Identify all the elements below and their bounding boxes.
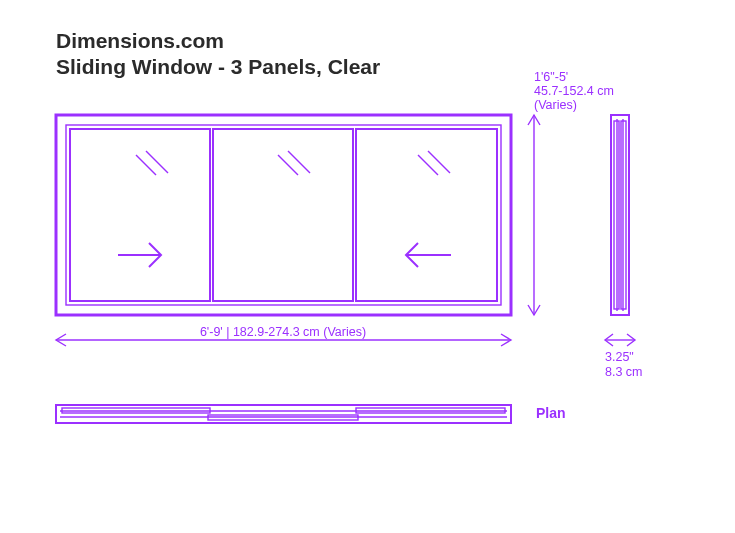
outer-frame bbox=[56, 115, 511, 315]
width-dimension: 6'-9' | 182.9-274.3 cm (Varies) bbox=[56, 325, 511, 346]
diagram-svg: 1'6"-5' 45.7-152.4 cm (Varies) 6'-9' | 1… bbox=[56, 115, 681, 505]
side-section bbox=[611, 115, 629, 315]
svg-line-3 bbox=[288, 151, 310, 173]
slide-arrow-left-icon bbox=[406, 243, 451, 267]
svg-line-1 bbox=[146, 151, 168, 173]
depth-metric: 8.3 cm bbox=[605, 365, 643, 379]
width-combined: 6'-9' | 182.9-274.3 cm (Varies) bbox=[200, 325, 366, 339]
svg-line-5 bbox=[428, 151, 450, 173]
title-block: Dimensions.com Sliding Window - 3 Panels… bbox=[56, 28, 380, 81]
site-name: Dimensions.com bbox=[56, 28, 380, 54]
glass-reflection-right bbox=[418, 151, 450, 175]
slide-arrow-right-icon bbox=[118, 243, 161, 267]
height-note: (Varies) bbox=[534, 98, 577, 112]
product-name: Sliding Window - 3 Panels, Clear bbox=[56, 54, 380, 80]
glass-reflection-center bbox=[278, 151, 310, 175]
inner-frame bbox=[66, 125, 501, 305]
diagram: 1'6"-5' 45.7-152.4 cm (Varies) 6'-9' | 1… bbox=[56, 115, 681, 505]
panel-left bbox=[70, 129, 210, 301]
glass-reflection-left bbox=[136, 151, 168, 175]
plan-label: Plan bbox=[536, 405, 566, 421]
depth-imperial: 3.25" bbox=[605, 350, 634, 364]
elevation-view bbox=[56, 115, 511, 315]
panel-right bbox=[356, 129, 497, 301]
height-imperial: 1'6"-5' bbox=[534, 70, 568, 84]
height-dimension: 1'6"-5' 45.7-152.4 cm (Varies) bbox=[528, 70, 614, 315]
height-metric: 45.7-152.4 cm bbox=[534, 84, 614, 98]
depth-dimension: 3.25" 8.3 cm bbox=[605, 334, 643, 379]
plan-view bbox=[56, 405, 511, 423]
panel-center bbox=[213, 129, 353, 301]
